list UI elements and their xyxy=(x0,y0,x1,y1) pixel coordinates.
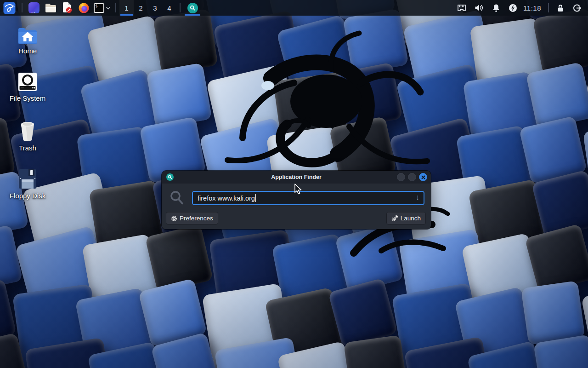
search-input-value: firefox www.kali.org xyxy=(198,195,255,202)
desktop-icon-floppy-disk[interactable]: Floppy Disk xyxy=(5,168,51,200)
volume-icon[interactable] xyxy=(475,4,484,12)
gear-icon xyxy=(171,215,177,222)
applications-menu-button[interactable] xyxy=(0,0,18,16)
notifications-bell-icon[interactable] xyxy=(492,4,500,12)
launcher-firefox[interactable] xyxy=(75,0,92,16)
desktop-icon-label: File System xyxy=(5,94,51,102)
panel-separator xyxy=(180,3,181,12)
desktop-icon-label: Floppy Disk xyxy=(5,192,51,200)
taskbar-application-finder-button[interactable] xyxy=(184,0,201,16)
window-title: Application Finder xyxy=(162,174,431,180)
workspace-button-2[interactable]: 2 xyxy=(134,0,148,16)
terminal-icon: $_ xyxy=(94,3,104,13)
panel-clock[interactable]: 11:18 xyxy=(523,4,541,12)
firefox-icon xyxy=(79,3,89,13)
text-caret xyxy=(255,194,256,202)
hard-drive-icon xyxy=(5,72,51,92)
mouse-cursor xyxy=(294,184,303,196)
power-manager-icon[interactable] xyxy=(509,4,517,12)
launcher-text-editor[interactable] xyxy=(59,0,75,16)
kali-logo-icon xyxy=(3,2,16,14)
lock-screen-icon[interactable] xyxy=(556,4,565,12)
workspace-label: 4 xyxy=(167,4,171,12)
window-titlebar[interactable]: Application Finder xyxy=(162,171,431,184)
desktop-icon-file-system[interactable]: File System xyxy=(5,72,51,102)
launcher-purple-window-app[interactable]: ... xyxy=(26,0,42,16)
chevron-down-icon xyxy=(106,6,111,10)
panel-separator xyxy=(22,3,23,12)
purple-window-app-icon: ... xyxy=(28,2,40,13)
home-folder-icon xyxy=(5,26,51,45)
top-panel: ... xyxy=(0,0,588,16)
run-gears-icon xyxy=(391,215,398,222)
search-input[interactable]: firefox www.kali.org ↓ xyxy=(192,191,424,205)
preferences-button[interactable]: Preferences xyxy=(166,212,218,224)
desktop-icon-label: Home xyxy=(5,47,51,55)
trash-can-icon xyxy=(5,121,51,142)
dropdown-arrow-icon[interactable]: ↓ xyxy=(416,193,419,201)
desktop-icon-trash[interactable]: Trash xyxy=(5,121,51,152)
application-finder-icon xyxy=(187,3,198,13)
minimize-button[interactable] xyxy=(397,173,405,181)
workspace-button-1[interactable]: 1 xyxy=(119,0,134,16)
launcher-file-manager[interactable] xyxy=(42,0,59,16)
log-out-icon[interactable] xyxy=(573,4,582,12)
close-icon xyxy=(421,175,425,179)
close-button[interactable] xyxy=(419,173,427,181)
launch-button[interactable]: Launch xyxy=(386,212,426,224)
floppy-disk-icon xyxy=(5,168,51,190)
workspace-label: 3 xyxy=(153,4,157,12)
application-finder-window-icon xyxy=(166,173,174,181)
workspace-button-3[interactable]: 3 xyxy=(148,0,162,16)
desktop-icon-label: Trash xyxy=(5,144,51,152)
launch-label: Launch xyxy=(401,215,421,222)
launcher-terminal[interactable]: $_ xyxy=(92,0,112,16)
file-manager-icon xyxy=(45,3,57,13)
preferences-label: Preferences xyxy=(180,215,213,222)
network-wired-icon[interactable] xyxy=(457,4,466,12)
workspace-label: 2 xyxy=(139,4,142,12)
panel-separator xyxy=(115,3,116,12)
workspace-label: 1 xyxy=(124,4,128,12)
text-editor-icon xyxy=(62,2,73,13)
workspace-button-4[interactable]: 4 xyxy=(162,0,176,16)
search-icon xyxy=(170,190,185,207)
desktop-icon-home[interactable]: Home xyxy=(5,26,51,55)
application-finder-window: Application Finder firefox www.kali.org … xyxy=(162,171,431,229)
maximize-button[interactable] xyxy=(408,173,416,181)
panel-separator xyxy=(548,3,549,12)
